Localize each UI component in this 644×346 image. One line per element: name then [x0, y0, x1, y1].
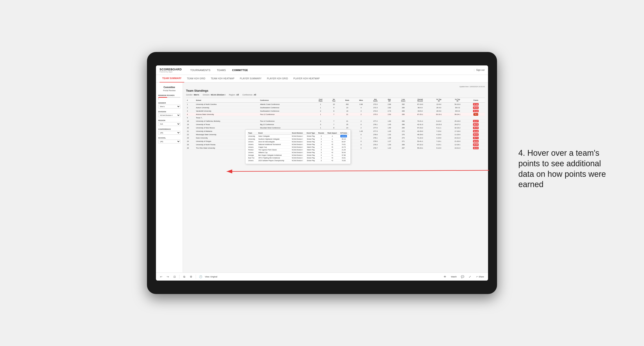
copy-button[interactable]: ⧉ — [182, 274, 187, 279]
col-no-tour: NoTour — [328, 98, 340, 103]
top-nav: SCOREBOARD Powered by clippd TOURNAMENTS… — [156, 65, 488, 75]
bottom-toolbar: ↩ ↪ ⊡ ⧉ ⚙ 🕐 View: Original 👁 Watch 💬 ⤢ ↗… — [156, 273, 488, 281]
col-overall: OverallRecord — [411, 98, 430, 103]
tooltip-row: Florida I The Cypress Point Classic NCAA… — [247, 149, 349, 151]
tooltip-row: Georgia Ben Hogan Collegiate Invitationa… — [247, 154, 349, 157]
sidebar: Committee Portal Review Minimum Rounds 5… — [156, 82, 183, 273]
col-points: Points — [467, 98, 485, 103]
filter-division-label: Division — [158, 111, 180, 113]
table-row[interactable]: 18 University of California, Berkeley Pa… — [186, 119, 485, 123]
filter-division: Division NCAA Division I — [158, 111, 180, 117]
tooltip-row: University Gator Collegiate NCAA Divisio… — [247, 135, 349, 138]
col-adj-score: Adj.Score — [368, 98, 383, 103]
nav-item-teams[interactable]: TEAMS — [214, 65, 229, 75]
share-button[interactable]: ↗ Share — [474, 275, 485, 278]
logo-text: SCOREBOARD — [160, 68, 182, 71]
watch-button[interactable]: Watch — [450, 275, 458, 278]
tab-player-summary[interactable]: PLAYER SUMMARY — [237, 75, 264, 82]
col-avg-sg: Avg.SG — [383, 98, 396, 103]
tablet-frame: SCOREBOARD Powered by clippd TOURNAMENTS… — [147, 52, 497, 294]
logo-sub: Powered by clippd — [160, 71, 182, 73]
col-school: School — [195, 98, 259, 103]
tab-team-summary[interactable]: TEAM SUMMARY — [160, 75, 184, 82]
table-row[interactable]: 20 University of New Mexico Mountain Wes… — [186, 126, 485, 130]
filter-region-select[interactable]: N/A — [158, 122, 180, 126]
tab-team-h2h-heatmap[interactable]: TEAM H2H HEATMAP — [208, 75, 237, 82]
col-rank: # — [186, 98, 195, 103]
expand-button[interactable]: ⊡ — [172, 274, 177, 279]
tooltip-row: Univers 2023 Sahalee Players Championshi… — [247, 159, 349, 162]
col-rnds: Rnds — [340, 98, 354, 103]
filter-gender-label: Gender — [158, 102, 180, 104]
table-row[interactable]: 5 Texas T... — [186, 116, 485, 119]
tooltip-row: Univers National Invitational Tournament… — [247, 143, 349, 146]
table-row[interactable]: 2 Auburn University Southeastern Confere… — [186, 106, 485, 109]
filter-row: Gender: Men's Division: NCAA Division I … — [186, 94, 485, 96]
filter-min-rounds-label: Minimum Rounds — [158, 94, 180, 96]
undo-button[interactable]: ↩ — [159, 274, 164, 279]
tooltip-col-event: Event — [258, 132, 290, 135]
filter-school-select[interactable]: (All) — [158, 140, 180, 144]
standings-header: Team Standings — [186, 89, 485, 92]
tooltip-row: East Tne OFCC Fighting Illini Invitation… — [247, 157, 349, 159]
settings-button[interactable]: ⚙ — [188, 274, 194, 279]
data-area: Update time: 13/03/2024 10:03:42 Team St… — [183, 82, 488, 273]
filter-school: School (All) — [158, 137, 180, 144]
toolbar-right: 👁 Watch 💬 ⤢ ↗ Share — [442, 274, 485, 279]
tooltip-row: Univers Williams Cup NCAA Division IStro… — [247, 151, 349, 154]
filter-gender: Gender Men's Women's — [158, 102, 180, 108]
filter-division-select[interactable]: NCAA Division I — [158, 113, 180, 117]
tooltip-col-points: W Points — [339, 132, 349, 135]
update-time: Update time: 13/03/2024 10:03:42 — [186, 86, 485, 88]
tooltip-overlay: Team Event Event Division Event Type Rou… — [245, 130, 351, 164]
filter-conference-label: Conference — [158, 128, 180, 130]
nav-item-tournaments[interactable]: TOURNAMENTS — [187, 65, 214, 75]
col-conf-rank: ConfRank — [314, 98, 328, 103]
comment-icon: 💬 — [460, 274, 465, 279]
sidebar-subtitle: Portal Review — [158, 89, 180, 92]
tab-player-h2h-heatmap[interactable]: PLAYER H2H HEATMAP — [290, 75, 322, 82]
table-row-highlighted[interactable]: 4 Arizona State University Pac-12 Confer… — [186, 113, 485, 116]
filter-conference: Conference (All) — [158, 128, 180, 135]
sidebar-title: Committee — [158, 86, 180, 89]
view-label[interactable]: View: Original — [205, 276, 217, 278]
annotation-text: 4. Hover over a team's points to see add… — [518, 148, 608, 190]
tab-player-h2h-grid[interactable]: PLAYER H2H GRID — [264, 75, 291, 82]
share-icon: ↗ — [476, 276, 478, 278]
table-row[interactable]: 3 Vanderbilt University Southeastern Con… — [186, 109, 485, 113]
filter-min-rounds-hint: 5 — [158, 98, 180, 100]
col-wins: Wins — [354, 98, 368, 103]
tooltip-col-rank-impact: Rank Impact — [326, 132, 338, 135]
col-vs25: Vs Top25 — [430, 98, 448, 103]
tooltip-row: Univers Amer Art Intercollegiate NCAA Di… — [247, 141, 349, 143]
sub-nav: TEAM SUMMARY TEAM H2H GRID TEAM H2H HEAT… — [156, 75, 488, 82]
filter-min-rounds-slider[interactable] — [158, 97, 180, 98]
expand-icon: ⤢ — [468, 274, 472, 279]
filter-gender-select[interactable]: Men's Women's — [158, 105, 180, 108]
tooltip-col-team: Team — [247, 132, 258, 135]
table-row[interactable]: 19 University of Texas Big 12 Conference… — [186, 123, 485, 126]
col-conference: Conference — [259, 98, 314, 103]
tablet-screen: SCOREBOARD Powered by clippd TOURNAMENTS… — [156, 65, 488, 281]
nav-item-committee[interactable]: COMMITTEE — [229, 65, 251, 75]
table-row[interactable]: 1 University of North Carolina Atlantic … — [186, 103, 485, 106]
eye-icon: 👁 — [442, 274, 448, 279]
clock-button[interactable]: 🕐 — [198, 274, 203, 279]
tooltip-table: Team Event Event Division Event Type Rou… — [247, 132, 349, 162]
filter-conference-select[interactable]: (All) — [158, 131, 180, 135]
tooltip-col-type: Event Type — [305, 132, 317, 135]
sign-out-button[interactable]: Sign out — [474, 69, 484, 71]
main-content: Committee Portal Review Minimum Rounds 5… — [156, 82, 488, 273]
filter-min-rounds: Minimum Rounds 5 — [158, 94, 180, 100]
logo-area: SCOREBOARD Powered by clippd — [160, 68, 182, 73]
col-vs50: Vs Top50 — [448, 98, 467, 103]
filter-region: Region N/A — [158, 119, 180, 126]
tooltip-col-rounds: Rounds — [316, 132, 326, 135]
tab-team-h2h-grid[interactable]: TEAM H2H GRID — [184, 75, 208, 82]
redo-button[interactable]: ↪ — [166, 274, 170, 279]
col-low-score: LowScore — [396, 98, 411, 103]
filter-school-label: School — [158, 137, 180, 139]
tooltip-row: University Southern Highlands Collegiate… — [247, 138, 349, 141]
nav-items: TOURNAMENTS TEAMS COMMITTEE — [187, 65, 474, 75]
filter-region-label: Region — [158, 119, 180, 122]
